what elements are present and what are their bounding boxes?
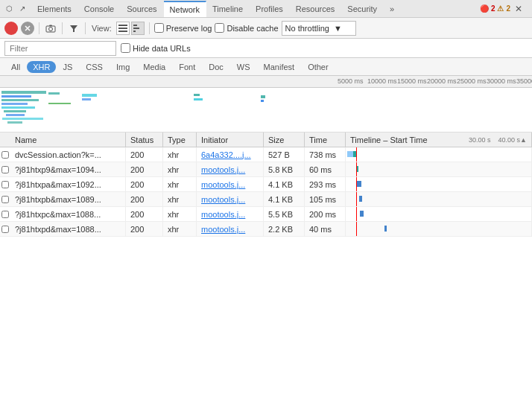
clear-button[interactable] <box>21 22 34 35</box>
row-status-2: 200 <box>126 177 163 191</box>
tab-elements[interactable]: Elements <box>31 1 78 16</box>
row-checkbox-2[interactable] <box>1 181 9 188</box>
type-tab-all[interactable]: All <box>4 60 27 74</box>
filter-input[interactable] <box>4 41 116 56</box>
filter-icon[interactable] <box>67 22 80 35</box>
svg-rect-18 <box>2 118 43 120</box>
row-time-3: 105 ms <box>305 192 346 206</box>
svg-rect-12 <box>1 95 31 98</box>
tab-timeline[interactable]: Timeline <box>206 1 250 16</box>
svg-rect-6 <box>118 28 127 29</box>
type-tabs: All XHR JS CSS Img Media Font Doc WS Man… <box>0 58 532 76</box>
row-size-3: 4.1 KB <box>264 192 305 206</box>
view-waterfall-button[interactable] <box>131 22 145 35</box>
tab-sources[interactable]: Sources <box>121 1 163 16</box>
row-type-0: xhr <box>163 147 197 162</box>
row-time-4: 200 ms <box>305 207 346 221</box>
row-status-1: 200 <box>126 162 163 176</box>
type-tab-ws[interactable]: WS <box>230 60 257 74</box>
type-tab-font[interactable]: Font <box>172 60 202 74</box>
table-row[interactable]: ?j81htxpb&max=1089... 200 xhr mootools.j… <box>0 192 532 207</box>
vline-5 <box>356 222 357 236</box>
disable-cache-checkbox-label[interactable]: Disable cache <box>215 23 278 33</box>
vline-3 <box>356 192 357 206</box>
throttle-select[interactable]: No throttling ▼ <box>282 21 356 36</box>
table-row[interactable]: ?j81htxp9&max=1094... 200 xhr mootools.j… <box>0 162 532 177</box>
svg-rect-22 <box>82 98 91 100</box>
row-type-1: xhr <box>163 162 197 176</box>
tab-overflow[interactable]: » <box>384 1 401 16</box>
row-checkbox-1[interactable] <box>1 166 9 173</box>
row-status-0: 200 <box>126 147 163 162</box>
svg-rect-11 <box>1 91 46 94</box>
row-size-2: 4.1 KB <box>264 177 305 191</box>
type-tab-xhr[interactable]: XHR <box>27 61 56 73</box>
disable-cache-label: Disable cache <box>227 24 278 33</box>
view-buttons <box>116 22 145 35</box>
preserve-log-checkbox-label[interactable]: Preserve log <box>154 23 212 33</box>
row-type-4: xhr <box>163 207 197 221</box>
record-button[interactable] <box>4 22 18 35</box>
table-container[interactable]: dvcSession.action?k=... 200 xhr 6a4a332.… <box>0 147 532 402</box>
warn-count: 2 <box>506 4 510 13</box>
table-row[interactable]: ?j81htxpa&max=1092... 200 xhr mootools.j… <box>0 177 532 192</box>
timeline-bar-2 <box>356 181 361 187</box>
tab-console[interactable]: Console <box>78 1 121 16</box>
tab-resources[interactable]: Resources <box>290 1 342 16</box>
table-row[interactable]: dvcSession.action?k=... 200 xhr 6a4a332.… <box>0 147 532 162</box>
row-name-4: ?j81htxpc&max=1088... <box>10 207 126 221</box>
table-row[interactable]: ?j81htxpd&max=1088... 200 xhr mootools.j… <box>0 222 532 237</box>
vline-0 <box>356 147 357 162</box>
timeline-bar-4 <box>360 211 364 217</box>
row-checkbox-5[interactable] <box>1 226 9 233</box>
header-checkbox-cell <box>0 133 10 147</box>
type-tab-media[interactable]: Media <box>136 60 172 74</box>
type-tab-img[interactable]: Img <box>110 60 136 74</box>
type-tab-js[interactable]: JS <box>56 60 79 74</box>
devtools-icon-2[interactable]: ↗ <box>16 3 28 15</box>
row-checkbox-4[interactable] <box>1 211 9 218</box>
close-icon[interactable]: ✕ <box>513 3 525 15</box>
camera-icon[interactable] <box>44 22 57 35</box>
row-timeline-5 <box>346 222 532 236</box>
header-name: Name <box>10 133 126 147</box>
row-checkbox-3[interactable] <box>1 196 9 203</box>
header-timeline-40s: 40.00 s▲ <box>498 136 527 144</box>
timeline-ticks: 5000 ms 10000 ms 15000 ms 20000 ms 25000… <box>0 76 532 88</box>
tick-35000: 35000 ms <box>516 77 532 88</box>
type-tab-doc[interactable]: Doc <box>202 60 230 74</box>
tab-profiles[interactable]: Profiles <box>250 1 290 16</box>
header-type: Type <box>163 133 197 147</box>
header-time: Time <box>305 133 346 147</box>
row-name-2: ?j81htxpa&max=1092... <box>10 177 126 191</box>
svg-rect-10 <box>133 31 136 32</box>
disable-cache-checkbox[interactable] <box>215 23 224 33</box>
row-time-1: 60 ms <box>305 162 346 176</box>
table-row[interactable]: ?j81htxpc&max=1088... 200 xhr mootools.j… <box>0 207 532 222</box>
row-size-5: 2.2 KB <box>264 222 305 236</box>
devtools-icon-1[interactable]: ⬡ <box>3 3 15 15</box>
hide-data-urls-label[interactable]: Hide data URLs <box>121 43 191 53</box>
waterfall-svg <box>0 88 532 133</box>
row-initiator-2: mootools.j... <box>197 177 264 191</box>
row-status-4: 200 <box>126 207 163 221</box>
type-tab-other[interactable]: Other <box>301 60 335 74</box>
view-list-button[interactable] <box>116 22 130 35</box>
row-timeline-2 <box>346 177 532 191</box>
type-tab-css[interactable]: CSS <box>79 60 110 74</box>
tab-network[interactable]: Network <box>164 1 206 17</box>
row-checkbox-0[interactable] <box>1 151 9 159</box>
row-timeline-4 <box>346 207 532 221</box>
svg-rect-16 <box>4 110 26 112</box>
svg-rect-17 <box>6 114 25 116</box>
hide-data-urls-checkbox[interactable] <box>121 43 130 53</box>
type-tab-manifest[interactable]: Manifest <box>257 60 302 74</box>
row-type-5: xhr <box>163 222 197 236</box>
tab-security[interactable]: Security <box>341 1 384 16</box>
preserve-log-checkbox[interactable] <box>154 23 164 33</box>
svg-rect-9 <box>133 28 139 29</box>
hide-data-urls-text: Hide data URLs <box>133 44 191 53</box>
row-name-5: ?j81htxpd&max=1088... <box>10 222 126 236</box>
row-initiator-1: mootools.j... <box>197 162 264 176</box>
svg-point-3 <box>49 27 53 31</box>
